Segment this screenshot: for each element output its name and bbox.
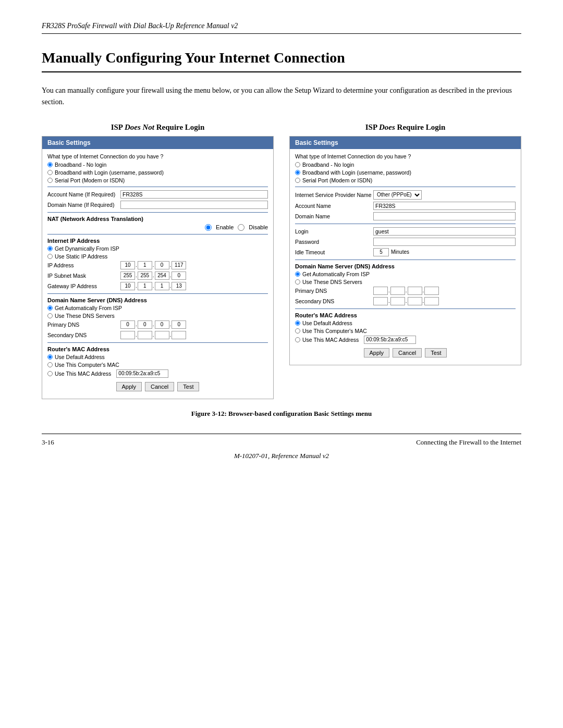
right-panel-col: ISP Does Require Login Basic Settings Wh… — [289, 123, 521, 365]
right-apply-button[interactable]: Apply — [364, 348, 390, 357]
pdns-octet-4[interactable] — [172, 320, 186, 329]
right-mac-opt-2-label: Use This MAC Address — [302, 337, 359, 343]
right-heading-suffix: Require Login — [395, 123, 445, 131]
subnet-row: IP Subnet Mask . . . — [47, 272, 268, 280]
rpdns-octet-2[interactable] — [390, 287, 405, 295]
left-radio-1[interactable] — [47, 170, 53, 175]
nat-enable-radio[interactable] — [205, 224, 212, 231]
rpdns-octet-4[interactable] — [424, 287, 439, 295]
right-secondary-dns-row: Secondary DNS . . . — [295, 297, 516, 305]
gw-octet-4[interactable] — [172, 282, 186, 290]
left-ip-opt-1-label: Use Static IP Address — [55, 253, 107, 260]
gw-octet-2[interactable] — [138, 282, 152, 290]
right-secondary-dns-label: Secondary DNS — [295, 298, 373, 304]
subnet-octet-1[interactable] — [120, 272, 135, 280]
left-panel-heading: ISP Does Not Require Login — [42, 123, 274, 132]
sdns-octet-1[interactable] — [120, 331, 135, 339]
sdns-octet-3[interactable] — [155, 331, 169, 339]
rsdns-octet-3[interactable] — [408, 297, 422, 305]
rpdns-octet-1[interactable] — [373, 287, 388, 295]
right-account-name-row: Account Name — [295, 202, 516, 210]
left-cancel-button[interactable]: Cancel — [145, 382, 174, 391]
left-option-1-label: Broadband with Login (username, password… — [55, 169, 164, 176]
left-ip-radio-0[interactable] — [47, 246, 53, 251]
right-option-0-label: Broadband - No login — [302, 162, 354, 168]
right-dns-radio-0[interactable] — [295, 272, 300, 277]
sdns-octet-2[interactable] — [138, 331, 152, 339]
nat-enable-label: Enable — [216, 224, 234, 230]
left-dns-radio-0[interactable] — [47, 305, 53, 311]
rpdns-octet-3[interactable] — [408, 287, 422, 295]
right-radio-2[interactable] — [295, 178, 300, 183]
left-dns-radio-1[interactable] — [47, 313, 53, 318]
figure-caption: Figure 3-12: Browser-based configuration… — [42, 410, 521, 418]
left-mac-section: Router's MAC Address — [47, 346, 268, 352]
right-dns-opt-1-label: Use These DNS Servers — [302, 279, 362, 285]
right-radio-0[interactable] — [295, 162, 300, 167]
nat-disable-radio[interactable] — [238, 224, 244, 231]
left-test-button[interactable]: Test — [177, 382, 199, 391]
right-divider-2 — [295, 224, 516, 224]
left-mac-input[interactable] — [116, 369, 168, 378]
right-heading-prefix: ISP — [365, 123, 379, 131]
left-mac-opt-2-label: Use This MAC Address — [55, 371, 111, 377]
left-mac-opt-0: Use Default Address — [47, 354, 268, 360]
right-mac-input[interactable] — [364, 336, 416, 344]
subnet-octet-3[interactable] — [155, 272, 169, 280]
right-test-button[interactable]: Test — [425, 348, 447, 357]
right-mac-radio-0[interactable] — [295, 320, 300, 326]
ip-octet-3[interactable] — [155, 261, 169, 269]
subnet-octet-4[interactable] — [172, 272, 186, 280]
right-mac-radio-1[interactable] — [295, 328, 300, 334]
sdns-octet-4[interactable] — [172, 331, 186, 339]
rsdns-octet-1[interactable] — [373, 297, 388, 305]
gw-octet-1[interactable] — [120, 282, 135, 290]
rsdns-octet-4[interactable] — [424, 297, 439, 305]
left-mac-radio-2[interactable] — [47, 371, 53, 376]
right-radio-1[interactable] — [295, 170, 300, 175]
right-domain-name-label: Domain Name — [295, 213, 373, 219]
right-divider-3 — [295, 260, 516, 260]
right-divider-4 — [295, 309, 516, 309]
pdns-octet-1[interactable] — [120, 320, 135, 329]
right-settings-panel: Basic Settings What type of Internet Con… — [289, 136, 521, 365]
ip-address-row: IP Address . . . — [47, 261, 268, 269]
left-mac-radio-1[interactable] — [47, 362, 53, 367]
idle-timeout-input[interactable] — [373, 248, 389, 256]
right-account-name-label: Account Name — [295, 203, 373, 209]
ip-octet-2[interactable] — [138, 261, 152, 269]
divider-4 — [47, 293, 268, 294]
ip-octet-4[interactable] — [172, 261, 186, 269]
right-mac-radio-2[interactable] — [295, 337, 300, 342]
pdns-octet-2[interactable] — [138, 320, 152, 329]
right-domain-name-input[interactable] — [373, 212, 516, 220]
left-option-2-label: Serial Port (Modem or ISDN) — [55, 177, 125, 183]
domain-name-input[interactable] — [120, 201, 268, 209]
right-option-0: Broadband - No login — [295, 162, 516, 168]
left-apply-button[interactable]: Apply — [116, 382, 142, 391]
gw-octet-3[interactable] — [155, 282, 169, 290]
login-input[interactable] — [373, 227, 516, 236]
right-option-1-label: Broadband with Login (username, password… — [302, 169, 411, 176]
left-mac-radio-0[interactable] — [47, 354, 53, 360]
left-radio-2[interactable] — [47, 178, 53, 183]
pdns-octet-3[interactable] — [155, 320, 169, 329]
account-name-input[interactable] — [120, 190, 268, 199]
footer-right: Connecting the Firewall to the Internet — [416, 438, 521, 447]
isp-name-select[interactable]: Other (PPPoE) — [373, 190, 422, 200]
right-dns-opt-1: Use These DNS Servers — [295, 279, 516, 285]
right-dns-radio-1[interactable] — [295, 279, 300, 285]
nat-row: Enable Disable — [47, 224, 268, 231]
right-dns-section: Domain Name Server (DNS) Address — [295, 263, 516, 269]
left-dns-opt-0: Get Automatically From ISP — [47, 305, 268, 311]
ip-octet-1[interactable] — [120, 261, 135, 269]
right-cancel-button[interactable]: Cancel — [393, 348, 422, 357]
footer-left: 3-16 — [42, 438, 54, 447]
password-input[interactable] — [373, 238, 516, 246]
right-dns-opt-0-label: Get Automatically From ISP — [302, 271, 370, 277]
left-ip-radio-1[interactable] — [47, 254, 53, 259]
subnet-octet-2[interactable] — [138, 272, 152, 280]
left-radio-0[interactable] — [47, 162, 53, 167]
right-account-name-input[interactable] — [373, 202, 516, 210]
rsdns-octet-2[interactable] — [390, 297, 405, 305]
